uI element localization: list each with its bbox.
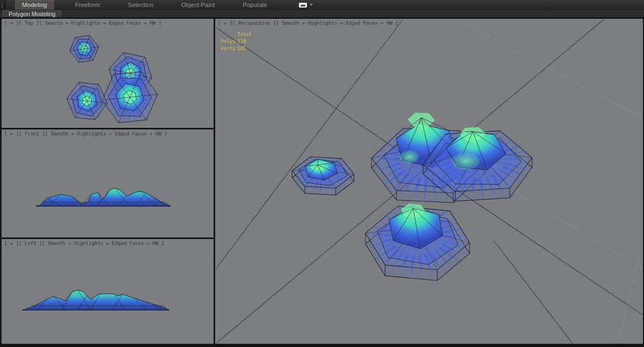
viewport-top-canvas[interactable]	[2, 19, 214, 128]
stats-verts-label: Verts:	[221, 45, 237, 52]
viewport-top-label[interactable]: [ + ][ Top ][ Smooth + Highlights + Edge…	[4, 20, 162, 26]
ribbon-minimize-icon	[299, 3, 307, 8]
3dsmax-window: Modeling Freeform Selection Object Paint…	[0, 0, 644, 347]
ribbon-tab-selection[interactable]: Selection	[121, 0, 160, 10]
viewport-top[interactable]: [ + ][ Top ][ Smooth + Highlights + Edge…	[2, 19, 214, 128]
ribbon-tab-populate[interactable]: Populate	[236, 0, 274, 10]
viewport-left-canvas[interactable]	[2, 239, 214, 344]
statistics-overlay: Total Polys: 120 Verts: 105	[221, 31, 252, 52]
ribbon-tab-modeling[interactable]: Modeling	[15, 0, 54, 10]
ribbon-tab-freeform[interactable]: Freeform	[68, 0, 107, 10]
viewport-front[interactable]: [ + ][ Front ][ Smooth + Highlights + Ed…	[2, 129, 214, 237]
chevron-down-icon	[310, 4, 313, 6]
viewport-perspective-label[interactable]: [ + ][ Perspective ][ Smooth + Highlight…	[218, 20, 398, 26]
stats-polys-label: Polys:	[221, 38, 237, 45]
stats-verts-value: 105	[237, 45, 252, 52]
window-bottom-edge	[0, 344, 644, 347]
viewport-perspective[interactable]: [ + ][ Perspective ][ Smooth + Highlight…	[215, 19, 643, 344]
panel-tab-polygon-modeling[interactable]: Polygon Modeling	[3, 10, 61, 17]
ribbon-grip[interactable]	[0, 0, 6, 10]
stats-spacer	[221, 31, 237, 38]
viewport-front-label[interactable]: [ + ][ Front ][ Smooth + Highlights + Ed…	[4, 131, 167, 136]
stats-header: Total	[237, 31, 252, 38]
stats-polys-value: 120	[237, 38, 252, 45]
viewport-left-label[interactable]: [ + ][ Left ][ Smooth + Highlights + Edg…	[4, 241, 164, 246]
ribbon-tab-object-paint[interactable]: Object Paint	[174, 0, 222, 10]
ribbon-tabs: Modeling Freeform Selection Object Paint…	[6, 0, 313, 10]
viewport-left[interactable]: [ + ][ Left ][ Smooth + Highlights + Edg…	[2, 239, 214, 344]
ribbon-tab-bar: Modeling Freeform Selection Object Paint…	[0, 0, 644, 10]
ribbon-panel-row: Polygon Modeling	[0, 10, 644, 17]
viewport-perspective-canvas[interactable]	[215, 19, 643, 344]
viewport-front-canvas[interactable]	[2, 129, 214, 237]
ribbon-minimize-button[interactable]	[299, 0, 313, 10]
